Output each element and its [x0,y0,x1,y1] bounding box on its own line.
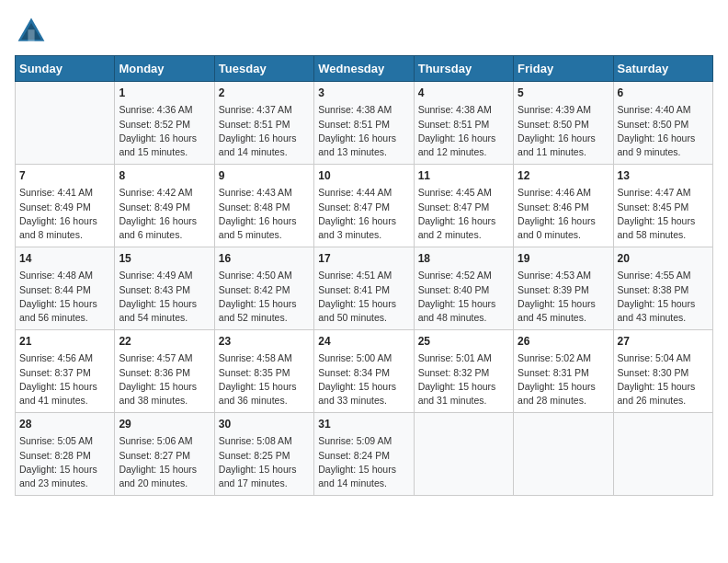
calendar-cell: 25Sunrise: 5:01 AM Sunset: 8:32 PM Dayli… [414,330,513,413]
calendar-cell: 5Sunrise: 4:39 AM Sunset: 8:50 PM Daylig… [514,82,613,165]
day-info: Sunrise: 4:38 AM Sunset: 8:51 PM Dayligh… [318,103,409,159]
day-number: 20 [618,251,709,267]
calendar-cell: 3Sunrise: 4:38 AM Sunset: 8:51 PM Daylig… [314,82,414,165]
day-number: 3 [318,86,409,101]
day-number: 27 [618,334,709,350]
calendar-week-row: 1Sunrise: 4:36 AM Sunset: 8:52 PM Daylig… [16,82,713,165]
calendar-week-row: 21Sunrise: 4:56 AM Sunset: 8:37 PM Dayli… [16,330,713,413]
day-number: 11 [418,168,509,184]
calendar-cell: 30Sunrise: 5:08 AM Sunset: 8:25 PM Dayli… [214,413,313,496]
calendar-cell [514,413,613,496]
day-number: 23 [219,334,310,350]
calendar-cell [414,413,513,496]
day-info: Sunrise: 4:45 AM Sunset: 8:47 PM Dayligh… [418,186,509,242]
day-number: 5 [518,86,609,101]
day-info: Sunrise: 4:39 AM Sunset: 8:50 PM Dayligh… [518,103,609,159]
day-info: Sunrise: 4:50 AM Sunset: 8:42 PM Dayligh… [219,269,310,325]
day-number: 8 [119,168,210,184]
day-info: Sunrise: 4:42 AM Sunset: 8:49 PM Dayligh… [119,186,210,242]
calendar-cell: 10Sunrise: 4:44 AM Sunset: 8:47 PM Dayli… [314,165,414,247]
day-number: 21 [19,334,110,350]
day-number: 16 [219,251,310,267]
day-info: Sunrise: 5:00 AM Sunset: 8:34 PM Dayligh… [318,351,409,408]
day-number: 13 [618,168,709,184]
day-number: 6 [618,86,709,101]
calendar-cell: 14Sunrise: 4:48 AM Sunset: 8:44 PM Dayli… [16,247,115,330]
calendar-cell: 8Sunrise: 4:42 AM Sunset: 8:49 PM Daylig… [115,165,214,247]
day-info: Sunrise: 5:04 AM Sunset: 8:30 PM Dayligh… [618,351,709,408]
day-number: 7 [19,168,110,184]
column-header-friday: Friday [514,56,613,82]
calendar-cell: 23Sunrise: 4:58 AM Sunset: 8:35 PM Dayli… [214,330,313,413]
day-number: 22 [119,334,210,350]
column-header-saturday: Saturday [613,56,712,82]
day-info: Sunrise: 4:47 AM Sunset: 8:45 PM Dayligh… [618,186,709,242]
day-info: Sunrise: 4:51 AM Sunset: 8:41 PM Dayligh… [318,269,409,325]
calendar-header-row: SundayMondayTuesdayWednesdayThursdayFrid… [16,56,713,82]
logo [15,15,51,48]
day-number: 2 [219,86,310,101]
column-header-wednesday: Wednesday [314,56,414,82]
day-info: Sunrise: 4:55 AM Sunset: 8:38 PM Dayligh… [618,269,709,325]
day-info: Sunrise: 5:08 AM Sunset: 8:25 PM Dayligh… [219,434,310,490]
calendar-cell: 31Sunrise: 5:09 AM Sunset: 8:24 PM Dayli… [314,413,414,496]
calendar-cell: 20Sunrise: 4:55 AM Sunset: 8:38 PM Dayli… [613,247,712,330]
logo-icon [15,15,48,48]
day-number: 18 [418,251,509,267]
day-number: 10 [318,168,409,184]
day-info: Sunrise: 4:36 AM Sunset: 8:52 PM Dayligh… [119,103,210,159]
day-number: 19 [518,251,609,267]
calendar-table: SundayMondayTuesdayWednesdayThursdayFrid… [15,55,713,496]
calendar-cell: 9Sunrise: 4:43 AM Sunset: 8:48 PM Daylig… [214,165,313,247]
day-number: 14 [19,251,110,267]
day-info: Sunrise: 5:05 AM Sunset: 8:28 PM Dayligh… [19,434,110,490]
calendar-cell [613,413,712,496]
calendar-cell: 2Sunrise: 4:37 AM Sunset: 8:51 PM Daylig… [214,82,313,165]
day-number: 9 [219,168,310,184]
day-number: 1 [119,86,210,101]
calendar-cell: 6Sunrise: 4:40 AM Sunset: 8:50 PM Daylig… [613,82,712,165]
day-info: Sunrise: 4:52 AM Sunset: 8:40 PM Dayligh… [418,269,509,325]
calendar-cell: 19Sunrise: 4:53 AM Sunset: 8:39 PM Dayli… [514,247,613,330]
column-header-sunday: Sunday [16,56,115,82]
day-info: Sunrise: 4:58 AM Sunset: 8:35 PM Dayligh… [219,351,310,408]
day-number: 25 [418,334,509,350]
calendar-cell: 17Sunrise: 4:51 AM Sunset: 8:41 PM Dayli… [314,247,414,330]
page-header [15,15,713,48]
day-info: Sunrise: 5:01 AM Sunset: 8:32 PM Dayligh… [418,351,509,408]
day-info: Sunrise: 5:02 AM Sunset: 8:31 PM Dayligh… [518,351,609,408]
day-info: Sunrise: 4:48 AM Sunset: 8:44 PM Dayligh… [19,269,110,325]
day-number: 17 [318,251,409,267]
column-header-tuesday: Tuesday [214,56,313,82]
day-number: 4 [418,86,509,101]
calendar-cell: 26Sunrise: 5:02 AM Sunset: 8:31 PM Dayli… [514,330,613,413]
column-header-thursday: Thursday [414,56,513,82]
day-info: Sunrise: 4:37 AM Sunset: 8:51 PM Dayligh… [219,103,310,159]
calendar-cell: 12Sunrise: 4:46 AM Sunset: 8:46 PM Dayli… [514,165,613,247]
calendar-cell [16,82,115,165]
day-info: Sunrise: 4:41 AM Sunset: 8:49 PM Dayligh… [19,186,110,242]
column-header-monday: Monday [115,56,214,82]
calendar-cell: 28Sunrise: 5:05 AM Sunset: 8:28 PM Dayli… [16,413,115,496]
day-info: Sunrise: 4:56 AM Sunset: 8:37 PM Dayligh… [19,351,110,408]
calendar-cell: 4Sunrise: 4:38 AM Sunset: 8:51 PM Daylig… [414,82,513,165]
calendar-cell: 15Sunrise: 4:49 AM Sunset: 8:43 PM Dayli… [115,247,214,330]
day-info: Sunrise: 5:09 AM Sunset: 8:24 PM Dayligh… [318,434,409,490]
calendar-week-row: 7Sunrise: 4:41 AM Sunset: 8:49 PM Daylig… [16,165,713,247]
day-info: Sunrise: 4:53 AM Sunset: 8:39 PM Dayligh… [518,269,609,325]
day-number: 29 [119,417,210,432]
day-info: Sunrise: 4:49 AM Sunset: 8:43 PM Dayligh… [119,269,210,325]
calendar-cell: 21Sunrise: 4:56 AM Sunset: 8:37 PM Dayli… [16,330,115,413]
calendar-week-row: 28Sunrise: 5:05 AM Sunset: 8:28 PM Dayli… [16,413,713,496]
calendar-cell: 1Sunrise: 4:36 AM Sunset: 8:52 PM Daylig… [115,82,214,165]
day-number: 24 [318,334,409,350]
calendar-cell: 18Sunrise: 4:52 AM Sunset: 8:40 PM Dayli… [414,247,513,330]
calendar-cell: 7Sunrise: 4:41 AM Sunset: 8:49 PM Daylig… [16,165,115,247]
day-info: Sunrise: 5:06 AM Sunset: 8:27 PM Dayligh… [119,434,210,490]
calendar-cell: 27Sunrise: 5:04 AM Sunset: 8:30 PM Dayli… [613,330,712,413]
day-number: 28 [19,417,110,432]
day-info: Sunrise: 4:38 AM Sunset: 8:51 PM Dayligh… [418,103,509,159]
calendar-cell: 16Sunrise: 4:50 AM Sunset: 8:42 PM Dayli… [214,247,313,330]
day-number: 15 [119,251,210,267]
calendar-cell: 22Sunrise: 4:57 AM Sunset: 8:36 PM Dayli… [115,330,214,413]
